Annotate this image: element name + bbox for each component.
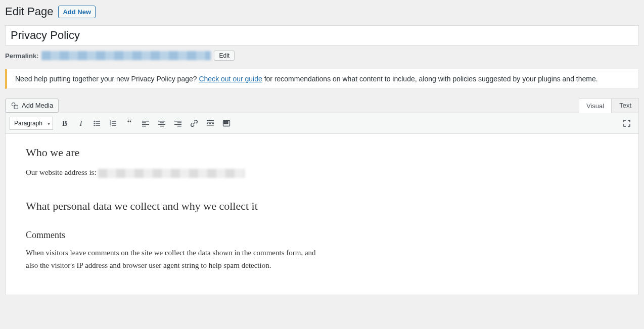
heading-who-we-are: Who we are [26, 146, 319, 159]
link-button[interactable] [187, 116, 202, 130]
bulleted-list-button[interactable] [89, 116, 105, 130]
svg-point-2 [94, 121, 95, 122]
address-prefix: Our website address is: [26, 168, 98, 176]
permalink-url-redacted[interactable] [41, 51, 211, 60]
notice-guide-link[interactable]: Check out our guide [199, 75, 262, 83]
italic-button[interactable]: I [73, 116, 88, 130]
svg-rect-15 [142, 122, 146, 123]
read-more-button[interactable] [203, 116, 218, 130]
svg-rect-21 [160, 126, 164, 126]
svg-rect-33 [224, 121, 225, 122]
svg-rect-5 [96, 123, 100, 123]
editor-toolbar: Paragraph B I 123 “ [6, 113, 638, 134]
svg-rect-31 [207, 125, 214, 125]
svg-rect-24 [174, 124, 181, 125]
format-select-label: Paragraph [14, 120, 42, 127]
toolbar-toggle-button[interactable] [219, 116, 234, 130]
add-new-button[interactable]: Add New [58, 6, 96, 18]
svg-rect-28 [207, 123, 208, 124]
svg-rect-37 [225, 123, 226, 124]
svg-point-4 [94, 123, 95, 124]
notice-text-before: Need help putting together your new Priv… [15, 75, 199, 83]
svg-point-6 [94, 125, 95, 126]
align-center-button[interactable] [154, 116, 169, 130]
page-heading: Edit Page [5, 5, 53, 18]
tab-text[interactable]: Text [612, 98, 639, 113]
svg-rect-23 [177, 122, 181, 123]
notice-text-after: for recommendations on what content to i… [262, 75, 598, 83]
svg-rect-17 [142, 126, 146, 126]
paragraph-website-address: Our website address is: [26, 166, 319, 179]
numbered-list-button[interactable]: 123 [106, 116, 121, 130]
align-left-button[interactable] [138, 116, 153, 130]
svg-rect-18 [158, 121, 165, 121]
media-icon [11, 102, 19, 110]
format-select[interactable]: Paragraph [10, 117, 53, 130]
svg-point-0 [12, 103, 15, 106]
bold-button[interactable]: B [57, 116, 72, 130]
privacy-help-notice: Need help putting together your new Priv… [5, 69, 639, 89]
svg-rect-27 [207, 122, 214, 122]
tab-visual[interactable]: Visual [579, 99, 612, 113]
svg-rect-22 [174, 121, 181, 121]
heading-personal-data: What personal data we collect and why we… [26, 200, 319, 213]
svg-rect-30 [212, 123, 214, 124]
permalink-row: Permalink: Edit [5, 51, 639, 61]
blockquote-button[interactable]: “ [122, 116, 137, 130]
svg-rect-11 [112, 123, 116, 123]
svg-rect-34 [225, 121, 226, 122]
svg-rect-9 [112, 121, 116, 121]
permalink-label: Permalink: [5, 52, 38, 60]
svg-rect-14 [142, 121, 149, 121]
align-right-button[interactable] [170, 116, 186, 130]
svg-rect-13 [112, 125, 116, 125]
svg-text:3: 3 [110, 124, 111, 127]
heading-comments: Comments [26, 230, 319, 241]
svg-rect-7 [96, 125, 100, 125]
svg-rect-19 [160, 122, 164, 123]
svg-rect-29 [209, 123, 211, 124]
svg-rect-26 [207, 120, 214, 121]
add-media-button[interactable]: Add Media [5, 99, 59, 113]
website-address-redacted [98, 169, 245, 178]
fullscreen-button[interactable] [619, 116, 634, 130]
svg-rect-20 [158, 124, 165, 125]
svg-rect-16 [142, 124, 149, 125]
svg-rect-36 [224, 123, 225, 124]
svg-rect-35 [227, 121, 228, 122]
svg-rect-38 [227, 123, 228, 124]
add-media-label: Add Media [22, 102, 53, 109]
svg-rect-25 [177, 126, 181, 126]
editor-content[interactable]: Who we are Our website address is: What … [6, 134, 339, 295]
page-title-input[interactable] [5, 25, 639, 45]
paragraph-comments: When visitors leave comments on the site… [26, 247, 319, 272]
svg-rect-3 [96, 121, 100, 121]
svg-rect-1 [14, 105, 18, 109]
permalink-edit-button[interactable]: Edit [214, 51, 235, 61]
editor: Paragraph B I 123 “ [5, 113, 639, 295]
